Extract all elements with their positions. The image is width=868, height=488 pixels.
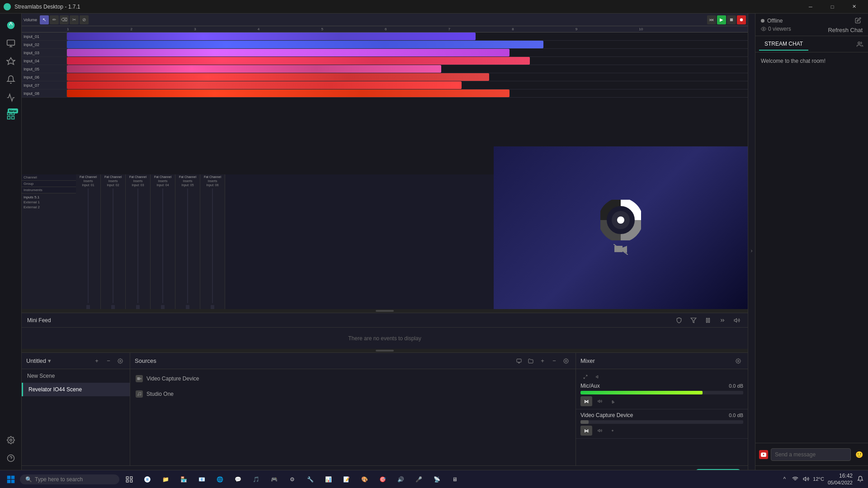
taskbar-mail[interactable]: 📧 — [193, 472, 210, 487]
volume-sys-icon[interactable] — [802, 475, 810, 483]
svg-rect-1 — [7, 40, 14, 46]
obs-overlay — [494, 174, 748, 309]
taskbar-skype[interactable]: 💬 — [230, 472, 246, 487]
taskbar-store[interactable]: 🏪 — [175, 472, 192, 487]
taskbar-app-4[interactable]: 🔧 — [302, 472, 318, 487]
maximize-button[interactable]: □ — [822, 0, 843, 14]
minimize-button[interactable]: ─ — [800, 0, 821, 14]
taskbar-app-11[interactable]: 📡 — [429, 472, 445, 487]
filter-icon[interactable] — [688, 315, 699, 326]
taskbar-app-8[interactable]: 🎯 — [374, 472, 391, 487]
close-button[interactable]: ✕ — [844, 0, 864, 14]
scene-item-new[interactable]: New Scene — [22, 369, 130, 383]
taskbar-search-box[interactable]: 🔍 Type here to search — [20, 474, 119, 484]
sidebar-item-analytics[interactable] — [3, 89, 19, 106]
track-row: Input_07 — [22, 81, 748, 89]
mini-feed-empty-message: There are no events to display — [348, 335, 421, 342]
scenes-add-button[interactable]: + — [92, 356, 102, 366]
source-item-video[interactable]: Video Capture Device — [130, 371, 576, 386]
source-visibility-icon[interactable] — [552, 375, 560, 383]
mixer-mute-icon-2[interactable] — [595, 426, 605, 436]
taskbar-app-5[interactable]: 📊 — [320, 472, 336, 487]
taskbar-app-6[interactable]: 📝 — [338, 472, 354, 487]
mixer-track-settings-icon[interactable] — [608, 396, 618, 406]
taskbar-app-2[interactable]: 🎮 — [266, 472, 282, 487]
mixer-level-bar-mic[interactable] — [580, 391, 743, 394]
scene-item-revelator[interactable]: Revelator IO44 Scene — [22, 383, 130, 396]
taskbar-task-view[interactable] — [121, 472, 137, 487]
refresh-chat-button[interactable]: Refresh Chat — [828, 27, 863, 33]
tab-stream-chat[interactable]: STREAM CHAT — [759, 38, 808, 51]
preview-collapse-handle[interactable] — [22, 309, 748, 313]
source-lock-icon[interactable] — [562, 375, 570, 383]
taskbar-edge[interactable] — [139, 472, 156, 487]
side-collapse-handle[interactable]: › — [748, 14, 755, 488]
mixer-settings-button[interactable] — [733, 356, 743, 366]
sources-screen-button[interactable] — [514, 356, 524, 366]
chat-edit-icon[interactable] — [854, 16, 863, 25]
taskbar-app-7[interactable]: 🎨 — [356, 472, 373, 487]
daw-pencil-tool[interactable]: ✏ — [50, 15, 59, 24]
sidebar-item-help[interactable] — [3, 450, 19, 466]
mixer-level-bar-video[interactable] — [580, 420, 743, 424]
mixer-mute-icon[interactable] — [595, 396, 605, 406]
mixer-volume-icon[interactable] — [593, 372, 603, 382]
scenes-remove-button[interactable]: − — [104, 356, 113, 366]
taskbar-file-explorer[interactable]: 📁 — [157, 472, 174, 487]
pause-icon[interactable] — [703, 315, 713, 326]
taskbar-app-12[interactable]: 🖥 — [447, 472, 463, 487]
taskbar-app-1[interactable]: 🎵 — [248, 472, 264, 487]
scenes-settings-button[interactable] — [115, 356, 125, 366]
svg-rect-25 — [564, 379, 568, 381]
sidebar-item-home[interactable] — [3, 17, 19, 33]
source-item-studio[interactable]: Studio One — [130, 386, 576, 402]
track-row: Input_03 — [22, 49, 748, 57]
daw-play[interactable]: ▶ — [717, 15, 726, 24]
bottom-collapse-handle[interactable] — [22, 349, 748, 352]
chat-users-icon[interactable] — [855, 40, 864, 49]
chat-message-input[interactable] — [771, 448, 851, 461]
taskbar-right: ^ 12°C 16:42 05/04/2022 — [780, 473, 864, 486]
track-row: Input_02 — [22, 41, 748, 49]
sidebar-item-alert-box[interactable] — [3, 71, 19, 88]
daw-eraser-tool[interactable]: ⌫ — [60, 15, 69, 24]
daw-rewind[interactable]: ⏮ — [707, 15, 716, 24]
svg-rect-51 — [11, 479, 15, 483]
mixer-link-icon-2[interactable]: ⋈ — [580, 426, 592, 436]
scenes-dropdown-icon[interactable]: ▾ — [48, 357, 51, 364]
source-visibility-icon-2[interactable] — [552, 390, 560, 398]
daw-record[interactable]: ⏺ — [737, 15, 746, 24]
source-lock-icon-2[interactable] — [562, 390, 570, 398]
skip-icon[interactable] — [717, 315, 728, 326]
svg-point-35 — [612, 401, 613, 402]
sources-add-button[interactable]: + — [538, 356, 547, 366]
taskbar-app-10[interactable]: 🎤 — [410, 472, 427, 487]
windows-start-button[interactable] — [4, 472, 18, 487]
sources-folder-button[interactable] — [526, 356, 536, 366]
daw-cut-tool[interactable]: ✂ — [70, 15, 79, 24]
notification-icon[interactable] — [856, 475, 864, 483]
mixer-track-settings-icon-2[interactable] — [608, 426, 618, 436]
sidebar-item-studio[interactable] — [3, 35, 19, 52]
sidebar-item-themes[interactable] — [3, 53, 19, 70]
taskbar-chrome[interactable]: 🌐 — [212, 472, 228, 487]
daw-select-tool[interactable]: ↖ — [40, 15, 49, 24]
daw-stop[interactable]: ⏹ — [727, 15, 736, 24]
network-icon[interactable] — [791, 475, 799, 483]
svg-marker-57 — [804, 477, 806, 481]
taskbar-app-9[interactable]: 🔊 — [392, 472, 409, 487]
tray-icon-1[interactable]: ^ — [780, 475, 788, 483]
mixer-expand-icon[interactable] — [580, 372, 590, 382]
preview-area: Volume ↖ ✏ ⌫ ✂ ⊘ ⏮ ▶ ⏹ ⏺ — [22, 14, 748, 309]
scenes-list: New Scene Revelator IO44 Scene — [22, 369, 130, 465]
sidebar-item-widgets[interactable]: New — [3, 108, 19, 124]
shield-icon[interactable] — [674, 315, 684, 326]
daw-mute-tool[interactable]: ⊘ — [80, 15, 89, 24]
mixer-link-icon[interactable]: ⋈ — [580, 396, 592, 406]
taskbar-app-3[interactable]: ⚙ — [284, 472, 300, 487]
volume-icon[interactable] — [731, 315, 742, 326]
sources-remove-button[interactable]: − — [549, 356, 559, 366]
sources-settings-button[interactable] — [561, 356, 571, 366]
chat-emoji-button[interactable]: 🙂 — [854, 449, 864, 460]
sidebar-item-settings[interactable] — [3, 432, 19, 448]
